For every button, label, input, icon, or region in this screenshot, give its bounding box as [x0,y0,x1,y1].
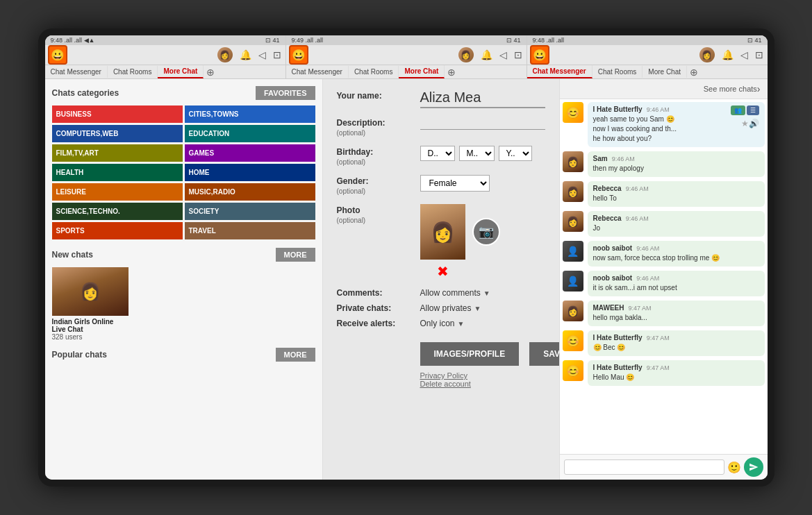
name-label: Your name: [337,90,420,101]
alerts-dropdown[interactable]: ▼ [458,320,465,328]
description-value[interactable] [420,117,545,130]
share-icon-2[interactable]: ◁ [498,48,508,62]
tab-chat-messenger-3[interactable]: Chat Messenger [527,65,593,78]
msg-bubble-4: noob saibot 9:46 AM now sam, force becca… [588,241,765,267]
msg-text-8: Hello Mau 😊 [593,373,759,382]
camera-button[interactable]: 📷 [472,218,500,246]
avatar-icon-1[interactable]: 👩 [216,46,234,64]
see-more-chats-link[interactable]: See more chats [704,85,757,93]
cat-home[interactable]: HOME [185,164,315,181]
chat-message-0: 😊 I Hate Butterfly 9:46 AM yeah same to … [563,102,765,147]
delete-account-link[interactable]: Delete account [420,380,545,388]
msg-avatar-3: 👩 [563,211,583,232]
cat-sports[interactable]: SPORTS [52,222,183,239]
avatar-icon-3[interactable]: 👩 [698,46,716,64]
comments-value-container: Allow comments ▼ [420,288,490,298]
chat-message-2: 👩 Rebecca 9:46 AM hello To [563,181,765,207]
chat-card[interactable]: 👩 Indian Girls Online Live Chat 328 user… [52,267,129,341]
msg-avatar-1: 👩 [563,151,583,172]
cat-business[interactable]: BUSINESS [52,105,183,123]
new-chats-title: New chats [52,250,93,260]
tab-chat-messenger-2[interactable]: Chat Messenger [286,66,349,78]
tab-chat-rooms-3[interactable]: Chat Rooms [593,66,643,78]
chat-message-7: 😊 I Hate Butterfly 9:47 AM 😊 Bec 😊 [563,330,765,356]
birthday-month[interactable]: M.. [459,146,495,161]
photo-preview[interactable]: 👩 [420,204,465,260]
tab-chat-messenger-1[interactable]: Chat Messenger [45,66,108,78]
cat-computers-web[interactable]: COMPUTERS,WEB [52,125,183,142]
msg-text-4: now sam, force becca stop trolling me 😊 [593,253,759,263]
chat-message-1: 👩 Sam 9:46 AM then my apology [563,151,765,177]
app-icon-3[interactable]: 😀 [530,45,549,65]
chat-message-8: 😊 I Hate Butterfly 9:47 AM Hello Mau 😊 [563,360,765,386]
cat-society[interactable]: SOCIETY [185,203,315,220]
msg-time-0: 9:46 AM [647,106,670,113]
cat-film-tv-art[interactable]: FILM,TV,ART [52,144,183,162]
cat-cities-towns[interactable]: CITIES,TOWNS [185,105,315,123]
private-dropdown[interactable]: ▼ [474,305,481,312]
msg-text-6: hello mga bakla... [593,313,759,323]
tab-more-chat-2[interactable]: More Chat [399,65,445,78]
add-tab-2[interactable]: ⊕ [445,67,458,78]
exit-icon-3[interactable]: ⊡ [754,48,765,62]
add-tab-3[interactable]: ⊕ [687,67,701,78]
gender-select[interactable]: Female [420,175,490,192]
exit-icon-2[interactable]: ⊡ [513,48,524,62]
msg-list-icon[interactable]: ☰ [747,105,759,115]
msg-text-0: yeah same to you Sam 😊now I was cooking … [593,115,677,144]
status-bar-3: 9:48 .all .all ⊡ 41 [527,35,768,45]
link-row: Privacy Policy Delete account [420,371,545,388]
nav-tabs-1: Chat Messenger Chat Rooms More Chat ⊕ [45,65,285,78]
cat-science-techno[interactable]: SCIENCE,TECHNO. [52,203,183,220]
share-icon-3[interactable]: ◁ [739,48,749,62]
birthday-year[interactable]: Y.. [499,146,532,161]
tab-more-chat-3[interactable]: More Chat [643,66,687,78]
birthday-row: Birthday: (optional) D.. M.. Y [337,146,545,167]
images-profile-button[interactable]: IMAGES/PROFILE [420,342,520,366]
tab-chat-rooms-1[interactable]: Chat Rooms [108,66,158,78]
tab-icons-2: 👩 🔔 ◁ ⊡ [457,46,524,64]
nav-tabs-2: Chat Messenger Chat Rooms More Chat ⊕ [286,65,527,78]
add-tab-1[interactable]: ⊕ [204,67,217,78]
exit-icon-1[interactable]: ⊡ [272,48,283,62]
msg-extra-0: I Hate Butterfly 9:46 AM yeah same to yo… [593,105,759,144]
cat-health[interactable]: HEALTH [52,164,183,181]
send-button[interactable] [744,457,763,477]
cat-education[interactable]: EDUCATION [185,125,315,142]
star-button[interactable]: ★ [741,119,749,128]
avatar-icon-2[interactable]: 👩 [457,46,475,64]
cat-games[interactable]: GAMES [185,144,315,162]
tab-chat-rooms-2[interactable]: Chat Rooms [349,66,399,78]
status-bar-2: 9:49 .all .all ⊡ 41 [286,35,527,45]
new-chats-more-button[interactable]: MORE [276,248,315,262]
share-icon-1[interactable]: ◁ [257,48,267,62]
comments-dropdown[interactable]: ▼ [483,289,490,297]
app-icon-2[interactable]: 😀 [289,45,308,65]
bell-icon-1[interactable]: 🔔 [238,48,253,62]
chat-header: See more chats › [560,79,768,99]
privacy-policy-link[interactable]: Privacy Policy [420,371,545,380]
favorites-button[interactable]: FAVORITES [256,86,315,100]
msg-content-0: I Hate Butterfly 9:46 AM yeah same to yo… [593,105,677,144]
cat-travel[interactable]: TRAVEL [185,222,315,239]
msg-header-4: noob saibot 9:46 AM [593,244,759,252]
birthday-day[interactable]: D.. [420,146,455,161]
msg-time-8: 9:47 AM [647,364,670,371]
app-icon-1[interactable]: 😀 [48,45,67,65]
bell-icon-2[interactable]: 🔔 [479,48,494,62]
popular-chats-more-button[interactable]: MORE [276,348,315,362]
msg-people-icon[interactable]: 👥 [731,105,745,115]
chat-input[interactable] [564,459,724,475]
tab-more-chat-1[interactable]: More Chat [158,65,204,78]
chat-card-image-inner: 👩 [52,267,129,316]
save-button[interactable]: SAVE [529,342,558,366]
chat-input-row: 🙂 [560,454,768,480]
cat-music-radio[interactable]: MUSIC,RADIO [185,183,315,201]
photo-delete-button[interactable]: ✖ [437,263,449,280]
cat-leisure[interactable]: LEISURE [52,183,183,201]
msg-header-5: noob saibot 9:46 AM [593,274,759,282]
msg-avatar-7: 😊 [563,330,583,351]
bell-icon-3[interactable]: 🔔 [720,48,735,62]
volume-button[interactable]: 🔊 [749,119,759,128]
emoji-button[interactable]: 🙂 [727,461,741,474]
